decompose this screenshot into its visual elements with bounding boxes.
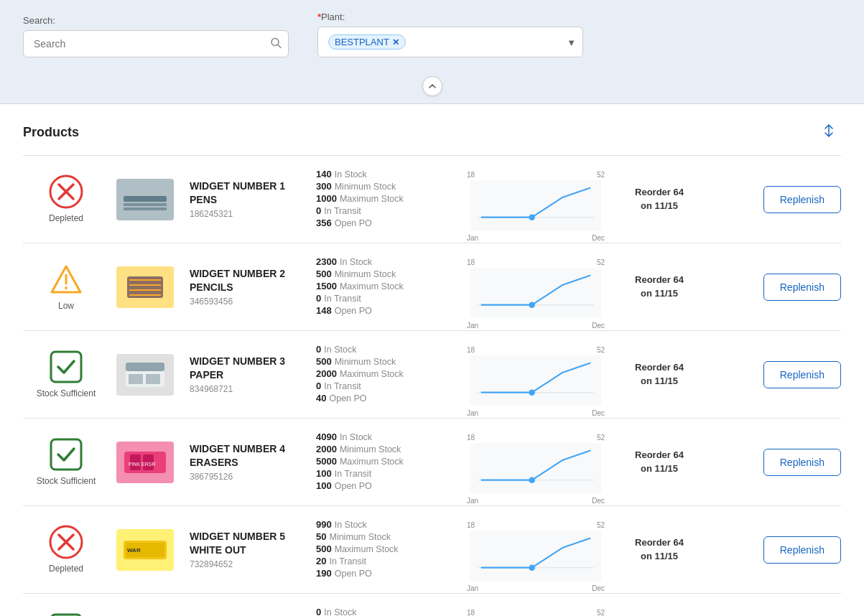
reorder-text: Reorder 64on 11/15 [613,536,705,562]
plant-tag-close-icon[interactable]: ✕ [392,37,399,47]
in-stock-label: In Stock [335,169,367,179]
status-col: Low [23,262,109,312]
status-badge: Stock Sufficient [37,388,96,400]
svg-text:WAR: WAR [127,547,141,554]
chart-col: 18 52 Jan Dec [461,521,605,579]
reorder-col: Reorder 64on 11/15 [605,274,705,299]
min-stock-value: 500 [316,356,332,367]
chart-col: 18 52 Jan Dec [461,346,605,403]
product-list: Depleted WIDGET NUMBER 1 PENS 186245321 … [23,155,841,616]
svg-rect-20 [470,268,601,318]
in-transit-label: In Transit [324,294,361,304]
chart-col: 18 52 Jan Dec [461,258,605,316]
svg-text:ERSR: ERSR [141,462,155,467]
plant-select-wrap: BESTPLANT ✕ ▼ [317,27,583,57]
svg-rect-46 [470,531,601,581]
in-stock-row: 990 In Stock [316,519,461,530]
open-po-label: Open PO [335,306,372,316]
table-row: Low WIDGET NUMBER 2 PENCILS 346593456 23… [23,243,841,330]
replenish-button[interactable]: Replenish [763,186,841,213]
min-stock-label: Minimum Stock [335,182,396,192]
svg-text:PINK: PINK [129,462,141,467]
product-sku: 346593456 [190,297,310,307]
plant-tag: BESTPLANT ✕ [328,34,406,50]
svg-rect-27 [146,374,160,384]
status-badge: Depleted [49,564,83,575]
in-stock-row: 0 In Stock [316,344,461,355]
stock-info-col: 0 In Stock 500 Minimum Stock 5000 Maximu… [310,607,461,616]
product-name: WIDGET NUMBER 5 WHITE OUT [190,530,310,556]
svg-rect-23 [51,352,81,382]
in-transit-label: In Transit [335,469,371,479]
svg-line-1 [278,45,281,48]
open-po-value: 40 [316,393,326,403]
max-stock-row: 5000 Maximum Stock [316,456,461,467]
table-row: Stock Sufficient WIDGET NUMBER 6 STAPLER… [23,593,841,616]
svg-point-14 [65,286,68,289]
max-stock-label: Maximum Stock [340,457,404,467]
chart-col: 18 52 Jan Dec [461,171,605,228]
search-icon-button[interactable] [270,37,282,51]
search-group: Search: [23,15,289,57]
in-stock-row: 0 In Stock [316,607,461,616]
min-stock-row: 300 Minimum Stock [316,181,461,192]
plant-tag-value: BESTPLANT [335,37,389,47]
product-image [116,179,174,220]
min-stock-value: 500 [316,269,332,279]
min-stock-value: 50 [316,531,326,542]
in-transit-value: 0 [316,381,321,391]
min-stock-row: 2000 Minimum Stock [316,444,461,454]
sufficient-icon [49,350,83,384]
svg-rect-25 [126,363,164,371]
product-image-col [109,354,181,396]
min-stock-label: Minimum Stock [335,357,396,367]
table-row: Depleted WAR WIDGET NUMBER 5 WHITE OUT 7… [23,505,841,593]
in-stock-value: 0 [316,607,321,616]
status-badge: Depleted [49,213,83,225]
sort-button[interactable] [817,121,841,144]
collapse-bar [0,72,864,104]
in-transit-value: 20 [316,556,326,566]
in-transit-row: 0 In Transit [316,381,461,391]
max-stock-row: 1500 Maximum Stock [316,281,461,291]
stock-chart: 18 52 Jan Dec [467,258,605,316]
search-input[interactable] [23,30,289,57]
product-sku: 732894652 [190,559,310,569]
product-name: WIDGET NUMBER 1 PENS [190,179,310,205]
stock-info-col: 0 In Stock 500 Minimum Stock 2000 Maximu… [310,344,461,405]
in-transit-value: 0 [316,205,321,216]
stock-chart: 18 52 Jan Dec [467,434,605,491]
max-stock-value: 500 [316,543,332,554]
plant-group: *Plant: BESTPLANT ✕ ▼ [317,11,583,57]
replenish-button[interactable]: Replenish [763,274,841,301]
open-po-label: Open PO [335,481,372,491]
in-transit-label: In Transit [324,381,361,391]
in-stock-label: In Stock [324,345,356,355]
in-stock-label: In Stock [335,520,367,530]
svg-point-30 [529,389,535,396]
min-stock-label: Minimum Stock [335,269,396,279]
max-stock-label: Maximum Stock [335,544,399,554]
stock-chart: 18 52 Jan Dec [467,609,605,617]
max-stock-label: Maximum Stock [340,194,404,204]
product-image-col [109,179,181,220]
depleted-icon [49,174,83,209]
replenish-button[interactable]: Replenish [763,449,841,476]
search-icon [270,37,282,49]
svg-point-11 [529,214,535,220]
status-col: Stock Sufficient [23,350,109,400]
replenish-button[interactable]: Replenish [763,536,841,564]
in-stock-value: 2300 [316,256,337,267]
product-name: WIDGET NUMBER 4 ERASERS [190,442,310,468]
open-po-value: 148 [316,305,332,316]
plant-label: *Plant: [317,11,583,22]
stock-info-col: 2300 In Stock 500 Minimum Stock 1500 Max… [310,256,461,317]
status-badge: Low [58,301,74,312]
plant-select[interactable]: BESTPLANT ✕ [317,27,583,57]
collapse-button[interactable] [422,76,442,96]
in-stock-label: In Stock [340,257,372,267]
open-po-row: 100 Open PO [316,480,461,491]
replenish-button[interactable]: Replenish [763,361,841,388]
open-po-value: 190 [316,568,332,579]
product-name-col: WIDGET NUMBER 5 WHITE OUT 732894652 [181,530,310,569]
